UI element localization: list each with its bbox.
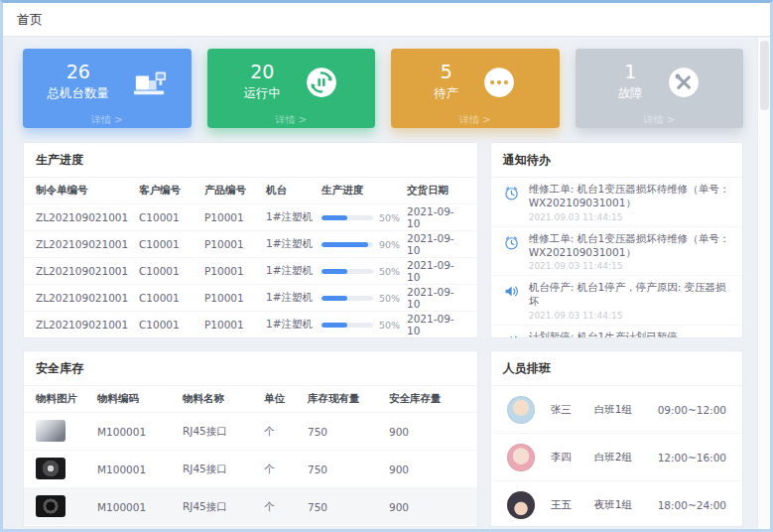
progress-percent: 50% xyxy=(379,320,400,331)
left-column: 生产进度 制令单编号 客户编号 产品编号 机台 生产进度 交货日期 ZL2021 xyxy=(23,142,478,527)
stat-detail-link[interactable]: 详情 > xyxy=(391,113,560,127)
right-column: 通知待办 xyxy=(490,142,743,527)
product-no: P10001 xyxy=(204,319,266,331)
tools-icon xyxy=(667,66,701,99)
stat-icon xyxy=(667,66,701,99)
col-material-image: 物料图片 xyxy=(36,392,97,406)
page-title[interactable]: 首页 xyxy=(17,11,43,29)
production-row[interactable]: ZL202109021001 C10001 P10001 1#注塑机 50% xyxy=(24,311,477,337)
stat-card-text: 1 故障 xyxy=(618,62,643,102)
progress-percent: 50% xyxy=(379,212,400,223)
material-code: M100001 xyxy=(97,464,183,475)
stat-value: 26 xyxy=(48,62,110,82)
speaker-icon xyxy=(503,283,520,300)
notice-icon-wrap xyxy=(503,183,521,222)
production-row[interactable]: ZL202109021001 C10001 P10001 1#注塑机 50% xyxy=(24,284,477,311)
unit: 个 xyxy=(264,500,308,514)
production-row[interactable]: ZL202109021001 C10001 P10001 1#注塑机 50% xyxy=(24,257,477,284)
production-row[interactable]: ZL202109021001 C10001 P10001 1#注塑机 50% xyxy=(24,203,477,230)
delivery-date: 2021-09-10 xyxy=(407,232,465,256)
stat-card-main: 20 运行中 xyxy=(207,49,376,102)
machine-name: 1#注塑机 xyxy=(266,318,322,332)
material-name: RJ45接口 xyxy=(183,463,264,476)
inventory-row[interactable]: M100001 RJ45接口 个 750 900 xyxy=(24,412,477,450)
stat-card-main: 26 总机台数量 xyxy=(23,49,192,102)
progress-percent: 50% xyxy=(379,266,400,277)
notice-icon-wrap xyxy=(503,281,521,321)
person-name: 王五 xyxy=(551,498,594,512)
scrollbar-track[interactable] xyxy=(757,38,770,529)
notice-body: 机台停产: 机台1停产，停产原因: 变压器损坏 2021.09.03 11:44… xyxy=(529,281,730,321)
page-header: 首页 xyxy=(3,3,770,37)
shift-name: 夜班1组 xyxy=(594,498,658,512)
person-avatar xyxy=(507,396,535,424)
col-stock-on-hand: 库存现有量 xyxy=(308,392,389,406)
schedule-row: 王五 夜班1组 18:00~24:00 xyxy=(491,481,742,527)
col-material-code: 物料编码 xyxy=(97,392,183,406)
notices-list: 维修工单: 机台1变压器损坏待维修（单号：WX202109031001） 202… xyxy=(491,178,742,338)
production-table-body: ZL202109021001 C10001 P10001 1#注塑机 50% xyxy=(24,203,477,337)
stat-icon xyxy=(305,66,338,99)
stat-detail-link[interactable]: 详情 > xyxy=(576,113,744,127)
notice-item[interactable]: 机台停产: 机台1停产，停产原因: 变压器损坏 2021.09.03 11:44… xyxy=(491,276,742,326)
stat-label: 待产 xyxy=(434,85,458,102)
inventory-row[interactable]: M100001 RJ45接口 个 750 900 xyxy=(24,450,477,487)
notice-text: 计划暂停: 机台1生产计划已暂停 xyxy=(529,331,678,338)
progress-fill xyxy=(322,269,347,274)
inventory-row[interactable]: M100001 RJ45接口 个 750 900 xyxy=(24,487,477,525)
clock-icon xyxy=(503,234,520,251)
notice-text: 机台停产: 机台1停产，停产原因: 变压器损坏 xyxy=(529,281,730,309)
order-no: ZL202109021001 xyxy=(36,211,139,223)
notice-item[interactable]: 计划暂停: 机台1生产计划已暂停 2021.09.03 11:44:15 xyxy=(491,326,742,338)
stock-on-hand: 750 xyxy=(308,501,389,513)
progress-bar xyxy=(322,323,373,328)
col-progress: 生产进度 xyxy=(322,184,407,198)
stat-card-main: 1 故障 xyxy=(576,49,744,102)
notice-body: 维修工单: 机台1变压器损坏待维修（单号：WX202109031001） 202… xyxy=(529,232,730,272)
notice-item[interactable]: 维修工单: 机台1变压器损坏待维修（单号：WX202109031001） 202… xyxy=(491,178,742,227)
stat-card-main: 5 待产 xyxy=(391,49,560,102)
machine-name: 1#注塑机 xyxy=(266,264,322,278)
safety-stock: 900 xyxy=(389,426,465,438)
clock-icon xyxy=(503,185,520,201)
customer-no: C10001 xyxy=(139,238,204,250)
stat-card[interactable]: 5 待产 xyxy=(391,49,560,128)
progress-cell: 50% xyxy=(322,266,407,277)
machine-name: 1#注塑机 xyxy=(266,291,322,305)
schedule-row: 李四 白班2组 12:00~16:00 xyxy=(491,434,742,481)
safety-stock: 900 xyxy=(389,501,465,513)
notice-text: 维修工单: 机台1变压器损坏待维修（单号：WX202109031001） xyxy=(529,232,730,260)
person-name: 李四 xyxy=(551,451,594,465)
machine-name: 1#注塑机 xyxy=(266,237,322,251)
stat-label: 总机台数量 xyxy=(48,85,110,102)
stat-detail-link[interactable]: 详情 > xyxy=(207,113,376,127)
scrollbar-thumb[interactable] xyxy=(760,41,769,110)
customer-no: C10001 xyxy=(139,292,204,304)
notice-item[interactable]: 维修工单: 机台1变压器损坏待维修（单号：WX202109031001） 202… xyxy=(491,227,742,277)
stat-card[interactable]: 26 总机台数量 xyxy=(23,49,192,128)
notice-text: 维修工单: 机台1变压器损坏待维修（单号：WX202109031001） xyxy=(529,183,730,210)
material-photo xyxy=(36,495,65,517)
progress-bar xyxy=(322,296,373,301)
person-avatar xyxy=(507,491,535,519)
customer-no: C10001 xyxy=(139,265,204,277)
notices-panel: 通知待办 xyxy=(490,142,743,338)
schedule-panel: 人员排班 张三 白班1组 09:00~12:00 xyxy=(490,350,743,527)
col-customer-no: 客户编号 xyxy=(139,184,204,198)
notice-timestamp: 2021.09.03 11:44:15 xyxy=(529,261,730,271)
progress-percent: 90% xyxy=(379,239,400,250)
stat-card[interactable]: 20 运行中 xyxy=(207,49,376,128)
running-icon xyxy=(305,66,338,99)
dashboard-content: 26 总机台数量 xyxy=(3,37,757,527)
notice-timestamp: 2021.09.03 11:44:15 xyxy=(529,311,730,321)
unit: 个 xyxy=(264,425,308,439)
stat-detail-link[interactable]: 详情 > xyxy=(23,113,192,127)
progress-fill xyxy=(322,215,347,220)
person-avatar xyxy=(507,444,535,471)
order-no: ZL202109021001 xyxy=(36,292,139,304)
product-no: P10001 xyxy=(204,292,266,304)
production-row[interactable]: ZL202109021001 C10001 P10001 1#注塑机 90% xyxy=(24,230,477,257)
stat-card[interactable]: 1 故障 xyxy=(576,49,744,128)
notice-icon-wrap xyxy=(503,331,521,338)
progress-bar xyxy=(322,215,373,220)
